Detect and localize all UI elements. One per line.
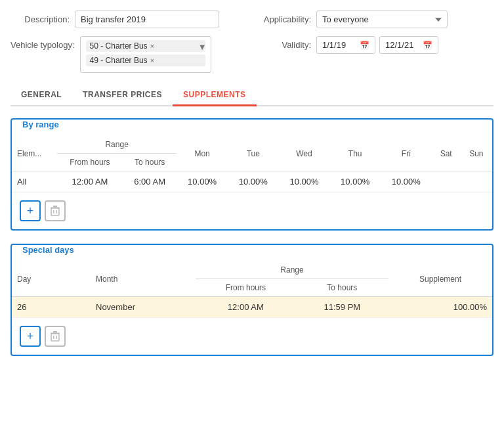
- svg-rect-4: [53, 206, 57, 208]
- by-range-add-button[interactable]: +: [20, 200, 41, 221]
- table-cell: 26: [12, 297, 91, 318]
- svg-rect-0: [51, 208, 59, 215]
- by-range-section: By range Elem... Range Mon Tue Wed Thu F…: [10, 118, 494, 231]
- trash-icon: [51, 206, 60, 216]
- special-days-actions: +: [12, 321, 492, 347]
- dropdown-arrow-icon: ▼: [198, 42, 207, 52]
- form-header: Description: Vehicle typology: ▼ 50 - Ch…: [10, 11, 494, 73]
- description-input[interactable]: [75, 11, 219, 28]
- th-thu: Thu: [329, 136, 381, 171]
- svg-rect-9: [53, 331, 57, 333]
- table-cell: All: [12, 171, 57, 192]
- th-wed: Wed: [279, 136, 330, 171]
- th-to-hours: To hours: [123, 154, 177, 171]
- vehicle-tag-1[interactable]: 49 - Charter Bus ×: [86, 55, 205, 66]
- table-cell: 10.00%: [177, 171, 228, 192]
- vehicle-tag-remove-1[interactable]: ×: [150, 56, 154, 64]
- table-cell: November: [91, 297, 196, 318]
- applicability-label: Applicability:: [252, 14, 311, 24]
- validity-row: Validity: 1/1/19 📅 12/1/21 📅: [252, 36, 448, 54]
- validity-to-value: 12/1/21: [385, 40, 413, 50]
- tab-transfer-prices[interactable]: TRANSFER PRICES: [72, 85, 173, 106]
- th-supplement: Supplement: [388, 261, 492, 297]
- svg-rect-5: [51, 334, 59, 341]
- applicability-row: Applicability: To everyone To group To i…: [252, 11, 448, 28]
- by-range-legend: By range: [20, 120, 62, 129]
- svg-rect-7: [56, 336, 58, 339]
- svg-rect-2: [56, 210, 58, 213]
- validity-to-input[interactable]: 12/1/21 📅: [379, 36, 438, 54]
- vehicle-typology-select[interactable]: ▼ 50 - Charter Bus × 49 - Charter Bus ×: [80, 36, 211, 73]
- trash-icon-sd: [51, 331, 60, 342]
- th-from-hours: From hours: [57, 154, 123, 171]
- th-element: Elem...: [12, 136, 57, 171]
- special-days-add-button[interactable]: +: [20, 326, 41, 347]
- table-cell: 11:59 PM: [296, 297, 388, 318]
- th-sd-to-hours: To hours: [296, 279, 388, 297]
- special-days-section: Special days Day Month Range Supplement …: [10, 244, 494, 356]
- table-cell: 12:00 AM: [196, 297, 296, 318]
- th-mon: Mon: [177, 136, 228, 171]
- vehicle-tag-label-1: 49 - Charter Bus: [90, 56, 148, 65]
- table-row: All12:00 AM6:00 AM10.00%10.00%10.00%10.0…: [12, 171, 492, 192]
- validity-label: Validity:: [252, 40, 311, 50]
- description-label: Description:: [10, 14, 70, 24]
- table-cell: 10.00%: [329, 171, 381, 192]
- svg-rect-3: [51, 208, 60, 209]
- svg-rect-6: [53, 336, 54, 339]
- table-row: 26November12:00 AM11:59 PM100.00%: [12, 297, 492, 318]
- by-range-table: Elem... Range Mon Tue Wed Thu Fri Sat Su…: [12, 136, 492, 192]
- th-range-label: Range: [57, 136, 177, 154]
- th-range-label-sd: Range: [196, 261, 388, 279]
- vehicle-tag-0[interactable]: 50 - Charter Bus ×: [86, 40, 205, 52]
- table-cell: 6:00 AM: [123, 171, 177, 192]
- vehicle-tag-remove-0[interactable]: ×: [150, 42, 154, 50]
- calendar-from-icon: 📅: [360, 41, 369, 50]
- vehicle-tag-label-0: 50 - Charter Bus: [90, 41, 148, 51]
- table-cell: [432, 171, 461, 192]
- table-cell: [461, 171, 492, 192]
- svg-rect-1: [53, 210, 54, 213]
- tab-supplements[interactable]: SUPPLEMENTS: [173, 85, 257, 106]
- description-row: Description:: [10, 11, 219, 28]
- validity-from-value: 1/1/19: [322, 40, 346, 50]
- th-sd-from-hours: From hours: [196, 279, 296, 297]
- special-days-delete-button[interactable]: [45, 326, 66, 347]
- th-sat: Sat: [432, 136, 461, 171]
- by-range-delete-button[interactable]: [45, 200, 66, 221]
- th-fri: Fri: [381, 136, 432, 171]
- th-day: Day: [12, 261, 91, 297]
- svg-rect-8: [51, 333, 60, 334]
- table-cell: 12:00 AM: [57, 171, 123, 192]
- table-cell: 10.00%: [228, 171, 279, 192]
- table-cell: 100.00%: [388, 297, 492, 318]
- th-sun: Sun: [461, 136, 492, 171]
- table-cell: 10.00%: [279, 171, 330, 192]
- th-tue: Tue: [228, 136, 279, 171]
- vehicle-label: Vehicle typology:: [10, 36, 75, 50]
- applicability-select[interactable]: To everyone To group To individual: [316, 11, 448, 28]
- table-cell: 10.00%: [381, 171, 432, 192]
- validity-inputs: 1/1/19 📅 12/1/21 📅: [316, 36, 438, 54]
- by-range-actions: +: [12, 195, 492, 221]
- tab-bar: GENERAL TRANSFER PRICES SUPPLEMENTS: [10, 85, 494, 106]
- validity-from-input[interactable]: 1/1/19 📅: [316, 36, 375, 54]
- tab-general[interactable]: GENERAL: [10, 85, 72, 106]
- special-days-table: Day Month Range Supplement From hours To…: [12, 261, 492, 318]
- vehicle-row: Vehicle typology: ▼ 50 - Charter Bus × 4…: [10, 36, 219, 73]
- th-month: Month: [91, 261, 196, 297]
- special-days-legend: Special days: [20, 245, 77, 255]
- calendar-to-icon: 📅: [423, 41, 432, 50]
